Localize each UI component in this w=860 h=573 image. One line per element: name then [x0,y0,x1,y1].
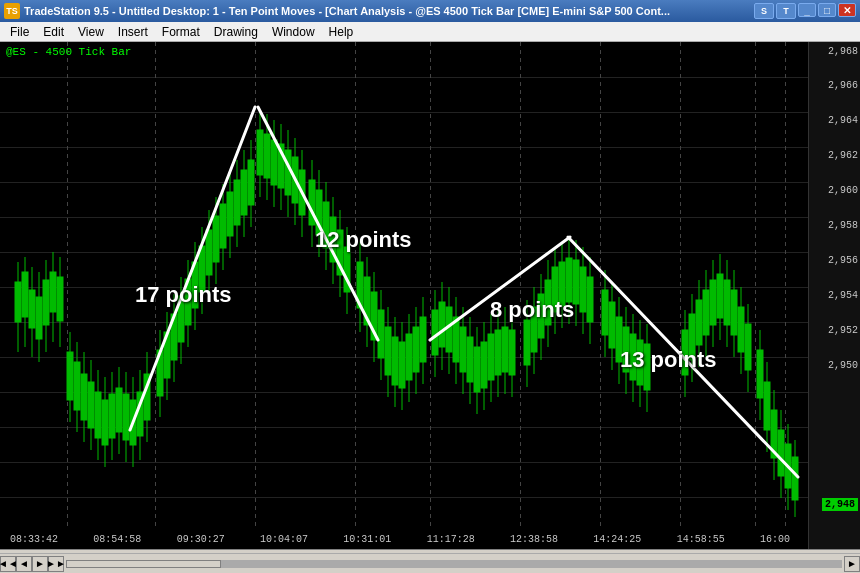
svg-rect-117 [446,307,452,352]
svg-rect-7 [36,297,42,339]
ts-icon-t[interactable]: T [776,3,796,19]
price-label-2968: 2,968 [828,46,858,57]
svg-rect-3 [22,272,28,317]
time-axis: 08:33:42 08:54:58 09:30:27 10:04:07 10:3… [0,529,800,549]
svg-rect-21 [88,382,94,428]
time-label-7: 12:38:58 [510,534,558,545]
svg-rect-1 [15,282,21,322]
svg-rect-133 [502,327,508,372]
svg-rect-55 [213,216,219,262]
svg-rect-99 [378,310,384,358]
minimize-button[interactable]: _ [798,3,816,17]
scroll-track[interactable] [66,560,842,568]
menu-file[interactable]: File [4,23,35,41]
price-label-2960: 2,960 [828,185,858,196]
svg-rect-63 [241,170,247,215]
price-label-2954: 2,954 [828,290,858,301]
svg-rect-189 [745,324,751,370]
svg-rect-187 [738,307,744,352]
svg-rect-149 [566,258,572,302]
maximize-button[interactable]: □ [818,3,836,17]
price-label-2964: 2,964 [828,115,858,126]
time-label-4: 10:04:07 [260,534,308,545]
scroll-right-btn2[interactable]: ► [844,556,860,572]
svg-rect-17 [74,362,80,410]
title-bar-controls: S T _ □ ✕ [754,3,856,19]
scroll-left-start[interactable]: ◄◄ [0,556,16,572]
svg-rect-123 [467,337,473,382]
svg-rect-27 [109,394,115,438]
svg-rect-191 [757,350,763,398]
svg-line-203 [258,107,378,340]
scroll-left[interactable]: ◄ [16,556,32,572]
title-bar: TS TradeStation 9.5 - Untitled Desktop: … [0,0,860,22]
svg-rect-67 [257,130,263,175]
chart-svg [0,42,800,529]
svg-rect-57 [220,204,226,248]
svg-rect-127 [481,342,487,388]
svg-rect-179 [710,280,716,325]
time-label-9: 14:58:55 [677,534,725,545]
svg-rect-25 [102,400,108,445]
svg-rect-53 [206,230,212,275]
price-label-2966: 2,966 [828,80,858,91]
time-label-8: 14:24:25 [593,534,641,545]
time-label-10: 16:00 [760,534,790,545]
scrollbar-area: ◄◄ ◄ ► ►► ► [0,553,860,573]
menu-drawing[interactable]: Drawing [208,23,264,41]
price-label-2948-highlighted: 2,948 [822,498,858,511]
time-label-5: 10:31:01 [343,534,391,545]
svg-rect-107 [406,334,412,380]
svg-rect-59 [227,192,233,236]
ts-icon-s[interactable]: S [754,3,774,19]
svg-rect-9 [43,280,49,325]
price-label-2958: 2,958 [828,220,858,231]
price-label-2950: 2,950 [828,360,858,371]
svg-rect-111 [420,317,426,362]
price-label-2952: 2,952 [828,325,858,336]
svg-rect-185 [731,290,737,335]
scroll-thumb[interactable] [66,560,221,568]
title-bar-text: TradeStation 9.5 - Untitled Desktop: 1 -… [24,5,750,17]
svg-rect-157 [602,290,608,335]
svg-rect-129 [488,334,494,380]
svg-rect-15 [67,352,73,400]
menu-insert[interactable]: Insert [112,23,154,41]
svg-rect-19 [81,374,87,420]
svg-rect-11 [50,272,56,312]
svg-rect-201 [792,457,798,500]
scroll-right-end[interactable]: ►► [48,556,64,572]
price-label-2962: 2,962 [828,150,858,161]
menu-help[interactable]: Help [323,23,360,41]
svg-rect-153 [580,267,586,312]
time-label-3: 09:30:27 [177,534,225,545]
svg-rect-131 [495,330,501,375]
svg-rect-183 [724,280,730,325]
svg-rect-177 [703,290,709,335]
svg-rect-61 [234,180,240,225]
svg-rect-135 [509,330,515,375]
annotation-8-points: 8 points [490,297,574,323]
svg-rect-121 [460,327,466,372]
svg-rect-181 [717,274,723,318]
menu-format[interactable]: Format [156,23,206,41]
annotation-13-points: 13 points [620,347,717,373]
svg-rect-155 [587,277,593,322]
svg-rect-65 [248,160,254,205]
svg-rect-197 [778,430,784,476]
svg-rect-115 [439,302,445,347]
svg-rect-69 [264,134,270,178]
svg-rect-31 [123,394,129,440]
chart-window: @ES - 4500 Tick Bar [0,42,860,549]
menu-edit[interactable]: Edit [37,23,70,41]
svg-rect-71 [271,140,277,185]
svg-rect-193 [764,382,770,430]
menu-view[interactable]: View [72,23,110,41]
close-button[interactable]: ✕ [838,3,856,17]
menu-window[interactable]: Window [266,23,321,41]
svg-rect-13 [57,277,63,321]
app-logo: TS [4,3,20,19]
svg-rect-101 [385,327,391,375]
svg-line-202 [130,107,255,430]
time-label-2: 08:54:58 [93,534,141,545]
